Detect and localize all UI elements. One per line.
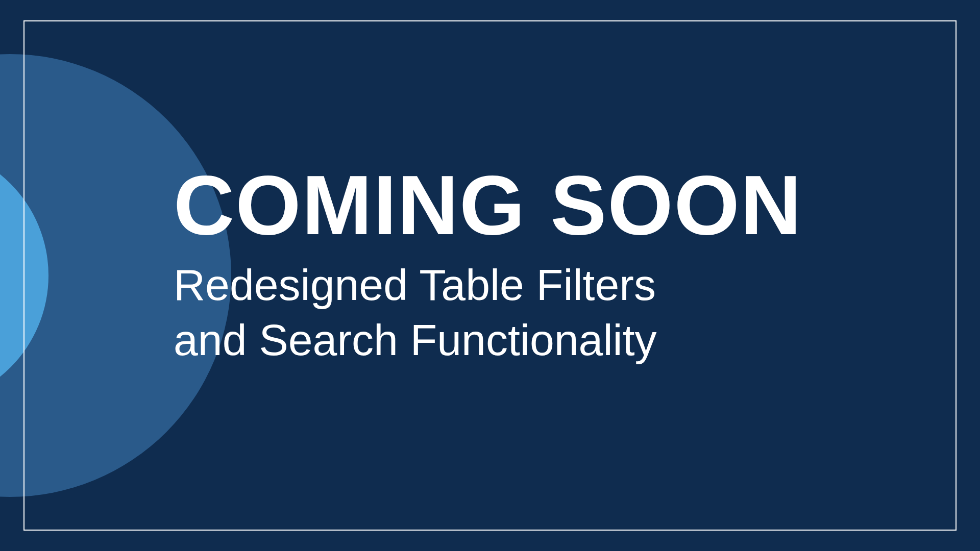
announcement-subheading-line2: and Search Functionality [174,313,802,368]
announcement-heading: COMING SOON [174,163,802,247]
announcement-text-block: COMING SOON Redesigned Table Filters and… [174,163,802,367]
announcement-subheading-line1: Redesigned Table Filters [174,258,802,313]
